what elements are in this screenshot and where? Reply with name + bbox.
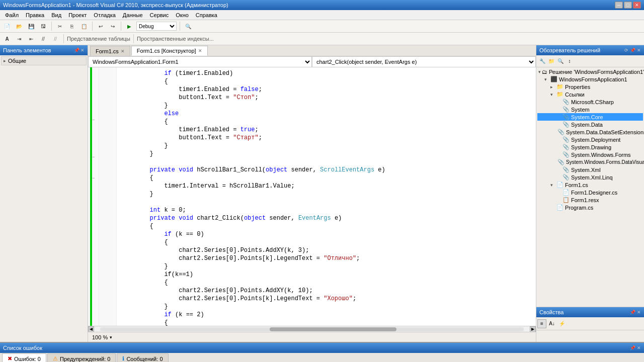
props-pin-icon[interactable]: 📌 <box>630 310 635 315</box>
ref-icon-syswinforms: 📎 <box>562 151 570 158</box>
tree-ref-sysxmllinq[interactable]: 📎 System.Xml.Linq <box>537 173 643 181</box>
menu-tools[interactable]: Сервис <box>147 11 172 19</box>
props-sort-cat-btn[interactable]: ≡ <box>537 319 546 328</box>
tree-ref-systemcore[interactable]: 📎 System.Core <box>537 113 643 121</box>
close-button[interactable]: ✕ <box>633 2 641 9</box>
uncomment-btn[interactable]: // <box>50 34 60 44</box>
menu-data[interactable]: Данные <box>120 11 146 19</box>
save-btn[interactable]: 💾 <box>26 21 36 31</box>
tree-ref-syswinforms[interactable]: 📎 System.Windows.Forms <box>537 151 643 158</box>
tree-solution[interactable]: ▾ 🗂 Решение 'WindowsFormsApplication1' (… <box>537 68 643 75</box>
ref-label-sysdeploy: System.Deployment <box>571 137 620 143</box>
code-view[interactable]: if (timer1.Enabled) { timer1.Enabled = f… <box>117 67 536 326</box>
scroll-right-btn[interactable]: ▶ <box>530 326 536 332</box>
se-sync-btn[interactable]: ↕ <box>566 57 574 65</box>
error-pin-icon[interactable]: 📌 <box>630 345 635 350</box>
start-btn[interactable]: ▶ <box>124 21 134 31</box>
class-dropdown[interactable]: WindowsFormsApplication1.Form1 <box>88 56 312 67</box>
properties-expand-icon[interactable]: ▸ <box>550 84 555 89</box>
tab-form1cs-close[interactable]: ✕ <box>121 49 125 54</box>
scroll-left-btn[interactable]: ◀ <box>88 326 94 332</box>
zoom-dropdown-icon[interactable]: ▾ <box>110 335 112 340</box>
h-scroll-thumb[interactable] <box>270 327 397 331</box>
tree-project[interactable]: ▾ ⬛ WindowsFormsApplication1 <box>537 75 643 83</box>
green-line-indicator <box>90 67 92 326</box>
menu-view[interactable]: Вид <box>48 11 64 19</box>
find-btn[interactable]: 🔍 <box>183 21 193 31</box>
props-close-icon[interactable]: ✕ <box>637 310 641 315</box>
se-props-btn[interactable]: 🔧 <box>538 57 546 65</box>
error-tab-errors[interactable]: ✖ Ошибок: 0 <box>2 353 46 362</box>
se-filter-btn[interactable]: 🔍 <box>556 57 565 65</box>
ref-label-sysxml: System.Xml <box>571 167 601 173</box>
menu-edit[interactable]: Правка <box>23 11 47 19</box>
collapse-btn-3[interactable]: − <box>92 176 99 181</box>
tree-references[interactable]: ▾ 📁 Ссылки <box>537 90 643 98</box>
props-toolbar: ≡ A↓ ⚡ <box>536 317 644 330</box>
error-close-icon[interactable]: ✕ <box>637 345 641 350</box>
menu-window[interactable]: Окно <box>173 11 192 19</box>
se-show-files-btn[interactable]: 📁 <box>547 57 555 65</box>
cut-btn[interactable]: ✂ <box>55 21 65 31</box>
paste-btn[interactable]: 📋 <box>79 21 89 31</box>
tab-form1cs[interactable]: Form1.cs ✕ <box>90 46 130 56</box>
error-panel: Список ошибок 📌 ✕ ✖ Ошибок: 0 ⚠ Предупре… <box>0 342 644 362</box>
se-refresh-icon[interactable]: ⟳ <box>624 48 628 53</box>
tree-ref-syswinformsdata[interactable]: 📎 System.Windows.Forms.DataVisualizati..… <box>537 158 643 166</box>
redo-btn[interactable]: ↪ <box>108 21 118 31</box>
tree-properties[interactable]: ▸ 📁 Properties <box>537 83 643 90</box>
method-dropdown[interactable]: chart2_Click(object sender, EventArgs e) <box>312 56 536 67</box>
menu-debug[interactable]: Отладка <box>91 11 118 19</box>
comment-btn[interactable]: // <box>38 34 48 44</box>
ref-label-systemcore: System.Core <box>571 114 603 120</box>
save-all-btn[interactable]: 🖫 <box>38 21 48 31</box>
menu-project[interactable]: Проект <box>65 11 90 19</box>
open-btn[interactable]: 📂 <box>14 21 24 31</box>
outdent-btn[interactable]: ⇤ <box>26 34 36 44</box>
bold-btn[interactable]: A <box>2 34 12 44</box>
solution-expand-icon[interactable]: ▾ <box>538 69 541 74</box>
ref-icon-syswinformsdata: 📎 <box>557 159 565 165</box>
toolbox-pin-icon[interactable]: 📌 <box>74 48 79 53</box>
tree-ref-sysdata[interactable]: 📎 System.Data <box>537 121 643 128</box>
tab-designer-close[interactable]: ✕ <box>198 48 202 53</box>
toolbox-group-header[interactable]: ▸ Общие <box>1 56 87 65</box>
refs-expand-icon[interactable]: ▾ <box>550 92 555 97</box>
form1cs-expand-icon[interactable]: ▾ <box>550 183 555 188</box>
collapse-btn-1[interactable]: − <box>92 118 99 123</box>
props-events-btn[interactable]: ⚡ <box>557 319 567 328</box>
tab-form1cs-designer[interactable]: Form1.cs [Конструктор] ✕ <box>131 46 208 56</box>
maximize-button[interactable]: □ <box>624 2 632 9</box>
indent-btn[interactable]: ⇥ <box>14 34 24 44</box>
error-tab-warnings[interactable]: ⚠ Предупреждений: 0 <box>47 353 116 362</box>
collapse-btn-2[interactable]: − <box>92 155 99 160</box>
tree-form1cs[interactable]: ▾ 📄 Form1.cs <box>537 181 643 189</box>
minimize-button[interactable]: ─ <box>615 2 623 9</box>
tree-ref-sysdrawing[interactable]: 📎 System.Drawing <box>537 143 643 151</box>
tree-ref-sysdeploy[interactable]: 📎 System.Deployment <box>537 136 643 143</box>
tree-form1resx[interactable]: 📋 Form1.resx <box>537 196 643 204</box>
toolbox-close-icon[interactable]: ✕ <box>80 48 85 53</box>
se-pin-icon[interactable]: 📌 <box>630 48 635 53</box>
menu-file[interactable]: Файл <box>2 11 22 19</box>
undo-btn[interactable]: ↩ <box>96 21 106 31</box>
tree-ref-sysdataset[interactable]: 📎 System.Data.DataSetExtensions <box>537 128 643 136</box>
tree-ref-mscsharp[interactable]: 📎 Microsoft.CSharp <box>537 98 643 106</box>
tree-ref-sysxml[interactable]: 📎 System.Xml <box>537 166 643 173</box>
config-dropdown[interactable]: Debug Release <box>136 22 177 31</box>
menu-help[interactable]: Справка <box>193 11 220 19</box>
new-project-btn[interactable]: 📄 <box>2 21 12 31</box>
copy-btn[interactable]: ⎘ <box>67 21 77 31</box>
tree-ref-system[interactable]: 📎 System <box>537 106 643 113</box>
props-sort-alpha-btn[interactable]: A↓ <box>547 319 556 328</box>
refs-label: Ссылки <box>565 92 585 98</box>
toolbox-header: Панель элементов 📌 ✕ <box>0 45 88 55</box>
tree-programcs[interactable]: 📄 Program.cs <box>537 204 643 211</box>
h-scrollbar[interactable]: ◀ ▶ <box>88 326 536 332</box>
message-icon: ℹ <box>122 355 124 362</box>
error-tab-messages[interactable]: ℹ Сообщений: 0 <box>117 353 168 362</box>
se-close-icon[interactable]: ✕ <box>637 48 641 53</box>
group-expand-icon: ▸ <box>4 58 6 63</box>
tree-form1designer[interactable]: 📄 Form1.Designer.cs <box>537 189 643 196</box>
project-expand-icon[interactable]: ▾ <box>544 77 549 82</box>
